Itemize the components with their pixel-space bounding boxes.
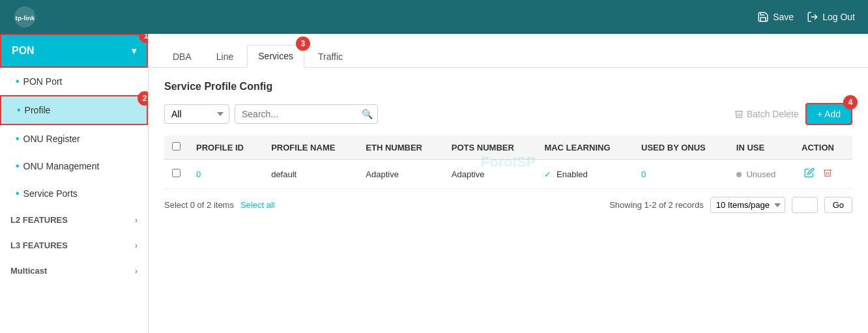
header: tp-link Save Log Out (0, 0, 868, 34)
col-header-used-by-onus: USED BY ONUS (633, 136, 729, 160)
row-checkbox[interactable] (172, 169, 181, 177)
sidebar-item-service-ports[interactable]: • Service Ports (0, 180, 148, 207)
dot-icon-service-ports: • (16, 188, 20, 199)
tp-link-logo: tp-link (13, 5, 36, 29)
l2-chevron-icon: › (135, 216, 137, 225)
footer-left: Select 0 of 2 items Select all (164, 200, 275, 210)
items-per-page-select[interactable]: 10 Items/page 20 Items/page 50 Items/pag… (710, 197, 785, 213)
footer-right: Showing 1-2 of 2 records 10 Items/page 2… (609, 197, 852, 213)
toolbar-right: Batch Delete + Add 4 (734, 103, 852, 125)
profile-table: PROFILE ID PROFILE NAME ETH NUMBER POTS … (164, 136, 852, 189)
service-ports-label: Service Ports (23, 188, 78, 199)
col-header-profile-name: PROFILE NAME (263, 136, 358, 160)
eth-adaptive-label: Adaptive (366, 169, 399, 179)
go-button[interactable]: Go (824, 197, 852, 213)
section-title: Service Profile Config (164, 81, 852, 93)
tab-services[interactable]: Services 3 (247, 45, 304, 68)
col-header-pots-number: POTS NUMBER (444, 136, 537, 160)
onu-register-label: ONU Register (23, 134, 80, 144)
page-number-input[interactable] (792, 197, 818, 213)
sidebar-item-profile[interactable]: • Profile 2 (0, 95, 148, 125)
col-header-profile-id: PROFILE ID (188, 136, 263, 160)
dot-icon-onu-management: • (16, 160, 20, 172)
edit-icon (804, 167, 815, 178)
sidebar-section-l3[interactable]: L3 FEATURES › (0, 233, 148, 258)
batch-delete-button[interactable]: Batch Delete (734, 109, 799, 119)
l3-features-label: L3 FEATURES (10, 240, 68, 250)
table-row: 0 default Adaptive Adaptive ✓ Enabled (164, 160, 852, 189)
status-dot-icon (736, 172, 742, 177)
tab-bar: DBA Line Services 3 Traffic (149, 34, 868, 68)
batch-delete-label: Batch Delete (747, 109, 799, 119)
tab-traffic-label: Traffic (318, 51, 343, 62)
table-footer: Select 0 of 2 items Select all Showing 1… (164, 189, 852, 213)
annotation-badge-2: 2 (137, 91, 149, 106)
sidebar-section-l2[interactable]: L2 FEATURES › (0, 207, 148, 233)
profile-id-link[interactable]: 0 (196, 169, 201, 179)
dot-icon-onu-register: • (16, 133, 20, 145)
filter-select[interactable]: All (164, 104, 229, 124)
header-actions: Save Log Out (757, 11, 855, 23)
logout-button[interactable]: Log Out (807, 11, 855, 23)
cell-profile-name: default (263, 160, 358, 189)
l2-features-label: L2 FEATURES (10, 215, 68, 225)
add-label: + Add (817, 109, 841, 119)
checkmark-icon: ✓ (544, 169, 551, 179)
col-header-mac-learning: MAC LEARNING (536, 136, 633, 160)
save-label: Save (773, 12, 794, 22)
layout: PON ▾ 1 • PON Port • Profile 2 • ONU Reg… (0, 34, 868, 333)
cell-eth-number: Adaptive (358, 160, 443, 189)
cell-profile-id: 0 (188, 160, 263, 189)
sidebar-item-onu-register[interactable]: • ONU Register (0, 125, 148, 152)
search-input[interactable] (235, 104, 378, 124)
tab-dba[interactable]: DBA (162, 46, 203, 67)
select-all-link[interactable]: Select all (240, 200, 275, 210)
main-content: DBA Line Services 3 Traffic Service Prof… (149, 34, 868, 333)
mac-learning-value: Enabled (557, 169, 588, 179)
save-icon (757, 11, 769, 23)
annotation-badge-4: 4 (843, 95, 858, 109)
cell-used-by-onus: 0 (633, 160, 729, 189)
pon-label: PON (12, 45, 35, 57)
tab-line-label: Line (216, 51, 233, 62)
sidebar-section-multicast[interactable]: Multicast › (0, 258, 148, 283)
select-count-label: Select 0 of 2 items (164, 200, 234, 210)
save-button[interactable]: Save (757, 11, 794, 23)
edit-button[interactable] (802, 166, 817, 182)
svg-text:tp-link: tp-link (16, 14, 35, 22)
col-header-eth-number: ETH NUMBER (358, 136, 443, 160)
add-button[interactable]: + Add 4 (805, 103, 852, 125)
used-by-onus-link[interactable]: 0 (641, 169, 646, 179)
sidebar-item-pon-port[interactable]: • PON Port (0, 68, 148, 95)
toolbar: All 🔍 Batch Delete + Add (164, 103, 852, 125)
tab-services-label: Services (258, 51, 293, 61)
logout-label: Log Out (822, 12, 855, 22)
table-header-checkbox-cell (164, 136, 188, 160)
tab-line[interactable]: Line (205, 46, 244, 67)
pon-dropdown[interactable]: PON ▾ 1 (0, 34, 148, 68)
dot-icon-pon-port: • (16, 76, 20, 87)
search-icon: 🔍 (362, 109, 373, 119)
dropdown-arrow-icon: ▾ (132, 46, 136, 56)
tab-dba-label: DBA (173, 51, 192, 62)
cell-pots-number: Adaptive (444, 160, 537, 189)
showing-label: Showing 1-2 of 2 records (609, 200, 704, 210)
pon-port-label: PON Port (23, 76, 63, 87)
annotation-badge-1: 1 (139, 34, 149, 43)
logout-icon (807, 11, 818, 23)
multicast-chevron-icon: › (135, 267, 137, 276)
multicast-label: Multicast (10, 266, 47, 276)
row-checkbox-cell (164, 160, 188, 189)
dot-icon-profile: • (17, 104, 21, 116)
delete-button[interactable] (820, 166, 835, 182)
select-all-checkbox[interactable] (172, 142, 181, 151)
cell-action (794, 160, 852, 189)
trash-icon (734, 109, 744, 119)
logo: tp-link (13, 5, 36, 29)
l3-chevron-icon: › (135, 241, 137, 250)
onu-management-label: ONU Management (23, 161, 100, 171)
sidebar-item-onu-management[interactable]: • ONU Management (0, 152, 148, 180)
in-use-value: Unused (746, 169, 775, 179)
toolbar-left: All 🔍 (164, 104, 378, 124)
tab-traffic[interactable]: Traffic (307, 46, 354, 67)
